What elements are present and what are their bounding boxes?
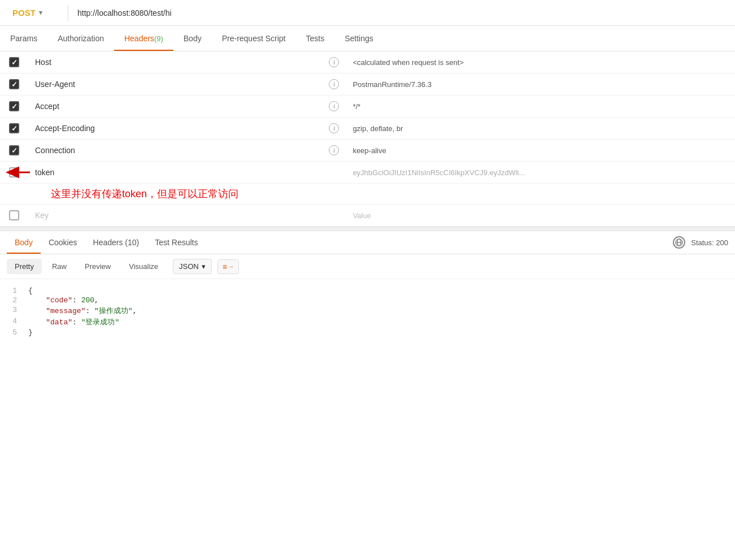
header-value-useragent: PostmanRuntime/7.36.3 [346,73,735,95]
body-format-toolbar: Pretty Raw Preview Visualize JSON ▾ ≡ → [0,254,735,279]
code-content: { [28,286,735,295]
header-checkbox-useragent[interactable]: ✓ [9,79,19,89]
info-cell[interactable]: i [322,118,346,140]
preview-button[interactable]: Preview [77,259,119,274]
info-cell[interactable]: i [322,73,346,95]
response-tab-bar: Body Cookies Headers (10) Test Results S… [0,231,735,254]
checkbox-cell[interactable]: ✓ [0,51,28,73]
line-number: 4 [0,317,28,325]
header-key-new[interactable]: Key [28,205,322,227]
checkbox-cell[interactable]: ✓ [0,140,28,162]
info-icon[interactable]: i [329,57,339,67]
pretty-button[interactable]: Pretty [7,259,42,274]
code-line: 1 { [0,286,735,296]
info-cell[interactable]: i [322,95,346,118]
header-value-encoding: gzip, deflate, br [346,118,735,140]
table-row-token: ✓ token eyJhbGciOiJIUzI1NiIsInR5cCI6IkpX… [0,162,735,184]
header-value-new[interactable]: Value [346,205,735,227]
header-key-connection: Connection [28,140,322,162]
header-checkbox-accept[interactable]: ✓ [9,101,19,111]
code-line: 3 "message": "操作成功", [0,305,735,316]
info-cell[interactable]: i [322,140,346,162]
globe-icon [673,236,685,249]
tab-pre-request[interactable]: Pre-request Script [212,26,296,51]
headers-table: ✓ Host i <calculated when request is sen… [0,51,735,227]
info-icon[interactable]: i [329,79,339,89]
header-value-connection: keep-alive [346,140,735,162]
info-icon[interactable]: i [329,123,339,133]
line-number: 2 [0,296,28,305]
header-key-host: Host [28,51,322,73]
table-row: ✓ User-Agent i PostmanRuntime/7.36.3 [0,73,735,95]
header-key-accept: Accept [28,95,322,118]
response-tab-body[interactable]: Body [7,231,41,254]
method-label: POST [12,8,36,18]
code-content: "code": 200, [28,296,735,305]
line-number: 5 [0,328,28,337]
headers-badge: (9) [154,34,163,43]
code-content: "data": "登录成功" [28,317,735,327]
annotation-row: 这里并没有传递token，但是可以正常访问 [0,184,735,205]
header-checkbox-host[interactable]: ✓ [9,57,19,67]
response-status-area: Status: 200 [673,236,728,249]
checkbox-cell[interactable]: ✓ [0,73,28,95]
response-tab-cookies[interactable]: Cookies [41,231,85,254]
code-line: 4 "data": "登录成功" [0,316,735,328]
method-selector[interactable]: POST ▾ [7,5,63,21]
wrap-button[interactable]: ≡ → [218,259,239,274]
tab-body[interactable]: Body [173,26,212,51]
response-tab-headers[interactable]: Headers (10) [85,231,147,254]
info-icon[interactable]: i [329,145,339,155]
table-row: ✓ Accept-Encoding i gzip, deflate, br [0,118,735,140]
tab-authorization[interactable]: Authorization [47,26,114,51]
tab-settings[interactable]: Settings [334,26,384,51]
checkbox-cell-token[interactable]: ✓ [0,162,28,184]
header-checkbox-new[interactable]: ✓ [9,210,19,220]
red-arrow-indicator [0,164,31,181]
table-row-new: ✓ Key Value [0,205,735,227]
tab-tests[interactable]: Tests [296,26,335,51]
code-content: "message": "操作成功", [28,306,735,316]
json-dropdown-icon: ▾ [202,262,206,271]
tab-headers[interactable]: Headers(9) [114,26,173,51]
request-tab-bar: Params Authorization Headers(9) Body Pre… [0,26,735,51]
header-checkbox-encoding[interactable]: ✓ [9,123,19,133]
checkbox-cell[interactable]: ✓ [0,95,28,118]
status-badge: Status: 200 [691,238,728,247]
method-dropdown-icon: ▾ [39,9,42,16]
table-row: ✓ Connection i keep-alive [0,140,735,162]
visualize-button[interactable]: Visualize [121,259,166,274]
checkbox-cell[interactable]: ✓ [0,118,28,140]
info-cell[interactable]: i [322,51,346,73]
table-row: ✓ Accept i */* [0,95,735,118]
section-divider [0,227,735,231]
response-body: 1 { 2 "code": 200, 3 "message": "操作成功", … [0,279,735,344]
info-icon[interactable]: i [329,101,339,111]
code-line: 2 "code": 200, [0,296,735,305]
checkbox-cell-new[interactable]: ✓ [0,205,28,227]
header-checkbox-connection[interactable]: ✓ [9,145,19,155]
header-value-accept: */* [346,95,735,118]
code-content: } [28,328,735,337]
url-divider [68,5,68,21]
tab-params[interactable]: Params [0,26,47,51]
raw-button[interactable]: Raw [44,259,75,274]
info-cell-new [322,205,346,227]
info-cell-token [322,162,346,184]
header-key-token: token [28,162,322,184]
table-row: ✓ Host i <calculated when request is sen… [0,51,735,73]
line-number: 1 [0,286,28,295]
response-tab-test-results[interactable]: Test Results [147,231,206,254]
header-key-encoding: Accept-Encoding [28,118,322,140]
url-input[interactable] [73,6,728,20]
header-key-useragent: User-Agent [28,73,322,95]
url-bar: POST ▾ [0,0,735,26]
json-label: JSON [179,262,199,271]
header-value-token: eyJhbGciOiJIUzI1NiIsInR5cCI6IkpXVCJ9.eyJ… [346,162,735,184]
line-number: 3 [0,306,28,314]
code-line: 5 } [0,328,735,337]
annotation-text: 这里并没有传递token，但是可以正常访问 [51,188,238,199]
json-type-selector[interactable]: JSON ▾ [173,259,212,274]
header-value-host: <calculated when request is sent> [346,51,735,73]
